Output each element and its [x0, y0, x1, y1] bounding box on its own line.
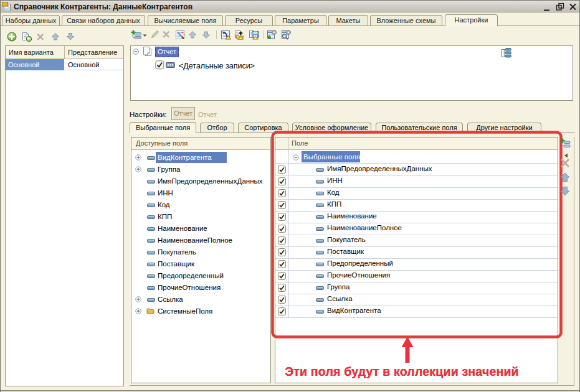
svg-text:Эти поля будут в коллекции зна: Эти поля будут в коллекции значений: [285, 365, 519, 378]
